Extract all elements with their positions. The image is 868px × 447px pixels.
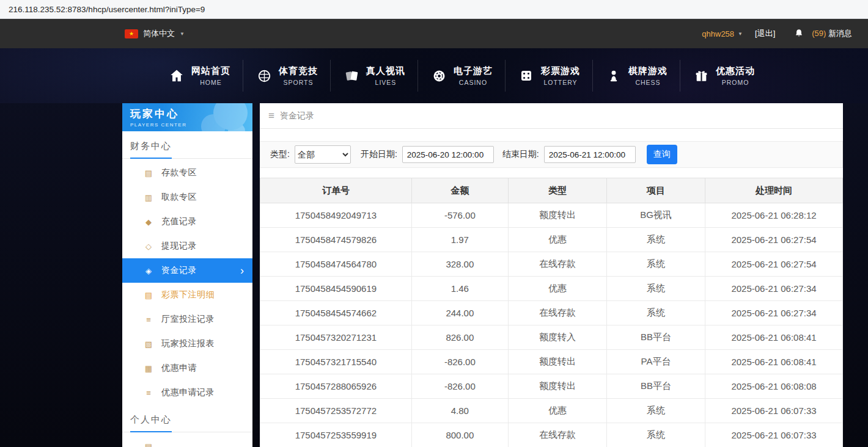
nav-label-en: SPORTS: [284, 79, 314, 86]
sidebar-item[interactable]: ◆充值记录: [122, 209, 252, 234]
table-row: 1750458492049713-576.00额度转出BG视讯2025-06-2…: [260, 203, 843, 228]
start-date-input[interactable]: [402, 146, 494, 163]
browser-url-bar[interactable]: 216.118.235.52:8783/hhcp/usercenter.html…: [0, 0, 868, 19]
table-cell: 优惠: [508, 399, 606, 423]
table-cell: 2025-06-21 06:27:34: [705, 277, 843, 301]
sidebar-item[interactable]: ≡厅室投注记录: [122, 307, 252, 332]
sidebar-item[interactable]: ▤: [122, 434, 252, 447]
table-row: 1750457321715540-826.00额度转出PA平台2025-06-2…: [260, 350, 843, 374]
table-row: 1750457253559919800.00在线存款系统2025-06-21 0…: [260, 423, 843, 447]
hall-bet-record-icon: ≡: [143, 315, 154, 324]
table-cell: 1750457320271231: [260, 325, 412, 350]
table-cell: 系统: [607, 423, 705, 447]
sidebar-item[interactable]: ◈资金记录›: [122, 258, 252, 283]
nav-label-en: CASINO: [459, 79, 487, 86]
promo-icon: [693, 67, 710, 84]
table-cell: 1750457288065926: [260, 374, 412, 399]
table-header-row: 订单号金额类型项目处理时间: [260, 178, 843, 203]
caret-down-icon[interactable]: ▼: [738, 31, 743, 37]
nav-label-en: LOTTERY: [543, 79, 577, 86]
table-cell: 2025-06-21 06:27:34: [705, 301, 843, 325]
nav-item-home[interactable]: 网站首页HOME: [156, 60, 243, 92]
promo-apply-icon: ▦: [143, 364, 154, 373]
nav-label-en: LIVES: [375, 79, 397, 86]
table-cell: 2025-06-21 06:07:33: [705, 399, 843, 423]
table-cell: 在线存款: [508, 423, 606, 447]
type-select[interactable]: 全部: [295, 145, 351, 164]
nav-label-cn: 优惠活动: [716, 65, 755, 77]
page-body: 玩家中心 PLAYERS CENTER 财务中心▤存款专区▥取款专区◆充值记录◇…: [122, 103, 843, 447]
nav-item-sports[interactable]: 体育竞技SPORTS: [243, 60, 331, 92]
table-row: 17504572535727724.80优惠系统2025-06-21 06:07…: [260, 399, 843, 423]
table-row: 1750458474564780328.00在线存款系统2025-06-21 0…: [260, 252, 843, 277]
sidebar-item-label: 优惠申请记录: [161, 387, 215, 398]
sports-icon: [256, 67, 273, 84]
nav-label-en: HOME: [200, 79, 222, 86]
table-cell: 2025-06-21 06:28:12: [705, 203, 843, 228]
column-header: 订单号: [260, 178, 412, 203]
lottery-bet-detail-icon: ▤: [143, 291, 154, 300]
nav-label-cn: 体育竞技: [279, 65, 318, 77]
sidebar-item[interactable]: ▤彩票下注明细: [122, 283, 252, 307]
table-row: 1750457320271231826.00额度转入BB平台2025-06-21…: [260, 325, 843, 350]
sidebar-title: 玩家中心: [130, 107, 252, 121]
query-button[interactable]: 查询: [647, 145, 677, 164]
message-count: (59): [812, 29, 826, 38]
table-cell: 额度转出: [508, 350, 606, 374]
table-cell: 1750458454574662: [260, 301, 412, 325]
table-cell: 2025-06-21 06:07:33: [705, 423, 843, 447]
table-cell: 2025-06-21 06:08:41: [705, 325, 843, 350]
table-cell: 1750458454590619: [260, 277, 412, 301]
table-cell: 1750457321715540: [260, 350, 412, 374]
sidebar-item-label: 优惠申请: [161, 363, 197, 374]
username[interactable]: qhhw258: [702, 29, 734, 38]
table-cell: 1.46: [411, 277, 508, 301]
sidebar-item-label: 取款专区: [161, 192, 197, 203]
table-cell: 系统: [607, 399, 705, 423]
table-cell: 2025-06-21 06:27:54: [705, 228, 843, 252]
message-label: 新消息: [828, 29, 852, 38]
china-flag-icon: ★: [125, 29, 138, 38]
filter-bar: 类型: 全部 开始日期: 结束日期: 查询: [260, 141, 843, 168]
nav-item-lives[interactable]: 真人视讯LIVES: [331, 60, 418, 92]
table-cell: -826.00: [411, 374, 508, 399]
sidebar-item[interactable]: ≡优惠申请记录: [122, 380, 252, 405]
sidebar-item[interactable]: ◇提现记录: [122, 234, 252, 258]
nav-item-chess[interactable]: 棋牌游戏CHESS: [593, 60, 680, 92]
messages-link[interactable]: (59) 新消息: [812, 28, 852, 39]
language-selector[interactable]: ★ 简体中文 ▼: [125, 28, 185, 39]
end-date-label: 结束日期:: [502, 149, 539, 160]
breadcrumb: ≡ 资金记录: [260, 103, 843, 129]
sidebar-item[interactable]: ▦优惠申请: [122, 356, 252, 380]
end-date-input[interactable]: [544, 146, 636, 163]
start-date-label: 开始日期:: [361, 149, 397, 160]
table-cell: BB平台: [607, 374, 705, 399]
column-header: 金额: [411, 178, 508, 203]
sidebar-item[interactable]: ▥取款专区: [122, 185, 252, 209]
table-cell: 1750457253559919: [260, 423, 412, 447]
nav-item-promo[interactable]: 优惠活动PROMO: [680, 60, 767, 92]
table-row: 1750457288065926-826.00额度转出BB平台2025-06-2…: [260, 374, 843, 399]
table-cell: 优惠: [508, 228, 606, 252]
table-row: 17504584745798261.97优惠系统2025-06-21 06:27…: [260, 228, 843, 252]
table-cell: 4.80: [411, 399, 508, 423]
withdraw-icon: ▥: [143, 193, 154, 202]
column-header: 处理时间: [705, 178, 843, 203]
table-cell: 额度转出: [508, 374, 606, 399]
sidebar-item-label: 提现记录: [161, 241, 197, 252]
caret-down-icon: ▼: [180, 31, 185, 37]
breadcrumb-title: 资金记录: [280, 111, 314, 122]
bell-icon[interactable]: [793, 28, 804, 39]
table-cell: PA平台: [607, 350, 705, 374]
sidebar-item[interactable]: ▤存款专区: [122, 161, 252, 185]
nav-label-en: PROMO: [722, 79, 749, 86]
nav-item-casino[interactable]: 电子游艺CASINO: [418, 60, 506, 92]
logout-button[interactable]: [退出]: [755, 28, 775, 39]
sidebar-section: 财务中心: [122, 131, 252, 159]
page-url: 216.118.235.52:8783/hhcp/usercenter.html…: [9, 5, 205, 14]
table-cell: 额度转入: [508, 325, 606, 350]
nav-label-cn: 棋牌游戏: [628, 65, 668, 77]
nav-item-lottery[interactable]: 彩票游戏LOTTERY: [506, 60, 593, 92]
table-cell: BG视讯: [607, 203, 705, 228]
sidebar-item[interactable]: ▧玩家投注报表: [122, 332, 252, 356]
